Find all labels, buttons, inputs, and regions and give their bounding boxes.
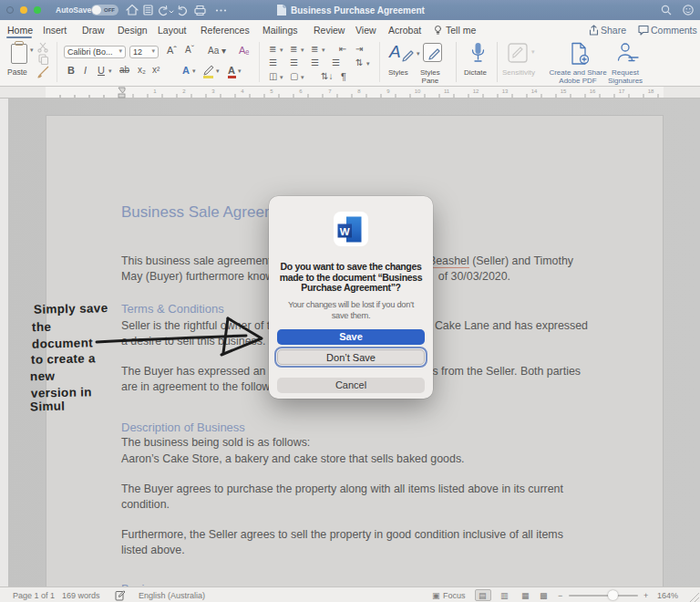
svg-text:W: W: [340, 226, 350, 237]
svg-text:8: 8: [357, 88, 361, 94]
svg-text:4: 4: [241, 88, 244, 94]
svg-text:6: 6: [299, 88, 303, 94]
svg-text:16: 16: [590, 88, 596, 94]
svg-text:1: 1: [153, 88, 157, 94]
svg-text:7: 7: [328, 88, 332, 94]
svg-text:15: 15: [561, 88, 567, 94]
svg-text:5: 5: [270, 88, 273, 94]
svg-text:13: 13: [502, 88, 509, 94]
svg-text:3: 3: [211, 88, 215, 94]
svg-text:10: 10: [415, 88, 421, 94]
svg-text:18: 18: [648, 88, 654, 94]
svg-text:14: 14: [531, 88, 538, 94]
svg-text:17: 17: [619, 88, 625, 94]
svg-text:2: 2: [182, 88, 186, 94]
svg-text:9: 9: [386, 88, 390, 94]
svg-text:11: 11: [444, 88, 450, 94]
svg-text:12: 12: [473, 88, 479, 94]
